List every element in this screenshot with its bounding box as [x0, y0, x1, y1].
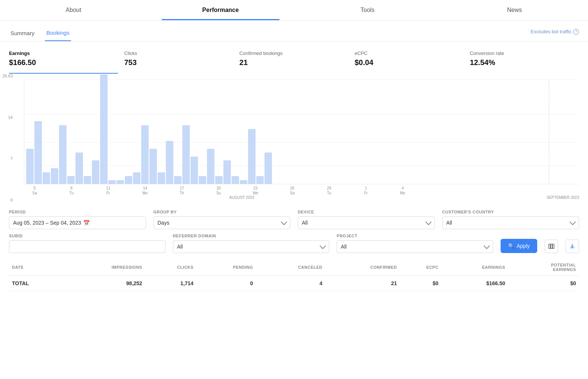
subid-input-wrap[interactable]	[9, 240, 165, 253]
total-ecpc: $0	[400, 276, 441, 291]
month-labels: AUGUST 2023 SEPTEMBER 2023	[24, 195, 579, 202]
nav-news[interactable]: News	[441, 0, 588, 20]
total-label: TOTAL	[9, 276, 62, 291]
total-confirmed: 21	[325, 276, 400, 291]
bar	[256, 176, 264, 184]
x-label	[154, 186, 173, 195]
total-potential-earnings: $0	[508, 276, 579, 291]
august-label: AUGUST 2023	[229, 195, 254, 200]
filters-section: PERIOD Aug 05, 2023 – Sep 04, 2023 📅 GRO…	[0, 202, 588, 229]
bar	[117, 180, 124, 184]
metric-earnings: Earnings $166.50	[9, 50, 118, 74]
bar	[100, 74, 108, 184]
bar	[84, 176, 91, 184]
x-label	[559, 186, 578, 195]
total-clicks: 1,714	[145, 276, 196, 291]
x-label	[412, 186, 430, 195]
x-label	[541, 186, 559, 195]
subid-input[interactable]	[13, 244, 161, 250]
x-label	[486, 186, 504, 195]
chevron-down-icon	[570, 219, 576, 225]
x-label	[338, 186, 357, 195]
bar	[248, 129, 256, 184]
apply-button[interactable]: 🔍 Apply	[501, 239, 537, 253]
x-label	[44, 186, 62, 195]
table-section: DATE IMPRESSIONS CLICKS PENDING CANCELED…	[0, 253, 588, 291]
col-confirmed: CONFIRMED	[325, 259, 400, 276]
bar	[158, 172, 165, 184]
sub-tabs: Summary Bookings Excludes bot traffic ?	[0, 21, 588, 41]
referrer-select[interactable]: All	[173, 240, 329, 253]
x-label	[191, 186, 209, 195]
bar	[232, 176, 239, 184]
x-label	[228, 186, 246, 195]
total-pending: 0	[196, 276, 256, 291]
x-label	[504, 186, 522, 195]
y-axis: 26.63 14 7 0	[0, 74, 15, 202]
help-icon[interactable]: ?	[573, 29, 579, 35]
nav-tools[interactable]: Tools	[294, 0, 441, 20]
bar	[166, 141, 173, 184]
x-label	[81, 186, 99, 195]
project-select[interactable]: All	[337, 240, 493, 253]
nav-about[interactable]: About	[0, 0, 147, 20]
chart-area	[24, 80, 579, 184]
x-label: 14Mo	[136, 186, 154, 195]
x-label	[264, 186, 283, 195]
x-label	[522, 186, 541, 195]
x-label	[301, 186, 320, 195]
filters-row2: SUBID REFERRER DOMAIN All PROJECT All 🔍 …	[0, 229, 588, 253]
device-select[interactable]: All	[298, 216, 435, 229]
download-button[interactable]	[566, 240, 579, 253]
metric-confirmed-bookings: Confirmed bookings 21	[233, 50, 349, 74]
nav-performance[interactable]: Performance	[147, 0, 294, 20]
col-impressions: IMPRESSIONS	[62, 259, 145, 276]
bars-container	[24, 80, 579, 184]
col-potential-earnings: POTENTIALEARNINGS	[508, 259, 579, 276]
country-select[interactable]: All	[442, 216, 579, 229]
x-label	[430, 186, 449, 195]
bar	[215, 176, 223, 184]
bar	[264, 152, 272, 184]
filter-device: DEVICE All	[298, 210, 435, 229]
bar	[67, 176, 75, 184]
bar	[240, 180, 247, 184]
col-earnings: EARNINGS	[442, 259, 508, 276]
bot-traffic-note: Excludes bot traffic ?	[530, 29, 579, 39]
bar	[59, 125, 66, 184]
col-clicks: CLICKS	[145, 259, 196, 276]
bar	[75, 152, 83, 184]
tab-summary[interactable]: Summary	[9, 27, 36, 41]
col-date: DATE	[9, 259, 62, 276]
total-earnings: $166.50	[442, 276, 508, 291]
col-canceled: CANCELED	[256, 259, 325, 276]
x-label: 26Sa	[283, 186, 301, 195]
metric-clicks: Clicks 753	[118, 50, 233, 74]
col-pending: PENDING	[196, 259, 256, 276]
columns-toggle-button[interactable]	[545, 240, 558, 253]
filter-period: PERIOD Aug 05, 2023 – Sep 04, 2023 📅	[9, 210, 146, 229]
table-total-row: TOTAL 98,252 1,714 0 4 21 $0 $166.50 $0	[9, 276, 579, 291]
bar	[199, 176, 206, 184]
x-label: 8Tu	[62, 186, 81, 195]
period-input-wrap[interactable]: Aug 05, 2023 – Sep 04, 2023 📅	[9, 216, 146, 229]
svg-rect-0	[549, 244, 550, 249]
bar	[141, 125, 149, 184]
filter-referrer: REFERRER DOMAIN All	[173, 234, 329, 253]
bar	[191, 157, 198, 184]
x-label	[117, 186, 136, 195]
bar	[92, 160, 99, 184]
total-canceled: 4	[256, 276, 325, 291]
filter-group-by: GROUP BY Days	[154, 210, 291, 229]
x-label: 5Sa	[25, 186, 44, 195]
bar	[182, 125, 190, 184]
group-by-select[interactable]: Days	[154, 216, 291, 229]
x-label: 1Fr	[357, 186, 375, 195]
chevron-down-icon	[320, 243, 326, 249]
bar	[223, 160, 231, 184]
bar	[207, 149, 214, 184]
tab-bookings[interactable]: Bookings	[45, 27, 71, 41]
x-label: 23We	[246, 186, 264, 195]
bar	[26, 149, 34, 184]
filter-project: PROJECT All	[337, 234, 493, 253]
